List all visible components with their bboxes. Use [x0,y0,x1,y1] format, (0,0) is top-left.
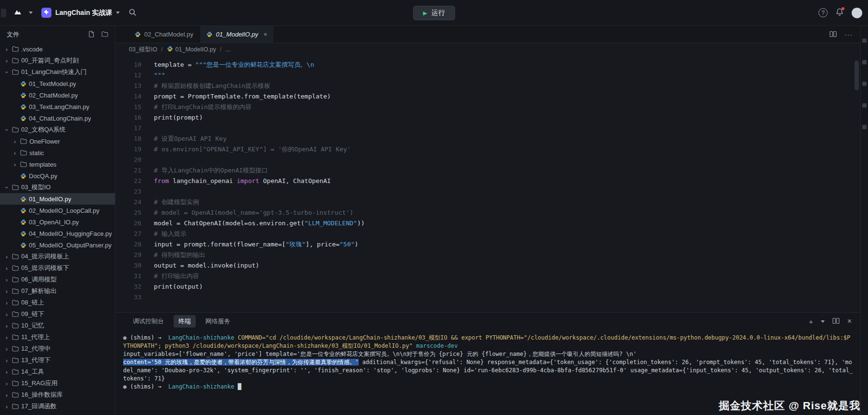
new-terminal-button[interactable]: + [809,318,813,325]
tree-folder[interactable]: ›static [0,147,115,159]
code-token: # 打印LangChain提示模板的内容 [154,103,252,110]
tab-01-modelio[interactable]: 01_ModelIO.py × [200,26,274,43]
code-token: """ [154,72,165,79]
tree-file[interactable]: ›01_TextModel.py [0,78,115,89]
folder-icon [12,334,19,340]
tree-folder[interactable]: ›05_提示词模板下 [0,262,115,274]
breadcrumb-file[interactable]: 01_ModelIO.py [167,46,216,53]
split-editor-button[interactable] [830,31,837,39]
workspace-switcher[interactable]: LangChain 实战课 [38,6,124,20]
tab-debug-console[interactable]: 调试控制台 [128,315,169,328]
right-rail-icon[interactable] [862,60,867,64]
tree-folder[interactable]: ›15_RAG应用 [0,378,115,389]
terminal-segment: marscode-dev [416,342,458,349]
tree-folder[interactable]: ›02_文档QA系统 [0,124,115,135]
new-folder-button[interactable] [101,31,108,38]
top-bar-left: LangChain 实战课 [0,6,137,20]
tree-folder[interactable]: ›09_链下 [0,308,115,320]
code-text: # 输入提示 [150,229,187,239]
tree-folder[interactable]: ›06_调用模型 [0,274,115,285]
folder-icon [12,254,19,259]
top-bar: LangChain 实战课 ▶ 运行 ? [0,0,868,26]
code-text [150,123,154,134]
help-icon: ? [821,10,825,16]
code-token: # 打印输出内容 [154,272,199,280]
chevron-icon: › [4,69,10,75]
notifications-button[interactable] [835,8,844,18]
code-line: 30output = model.invoke(input) [115,260,860,271]
tree-folder[interactable]: ›templates [0,159,115,170]
tree-folder[interactable]: ›01_LangChain快速入门 [0,66,115,78]
chevron-icon: › [12,138,18,145]
tree-file[interactable]: ›05_ModelIO_OutputParser.py [0,239,115,251]
tree-folder[interactable]: ›00_开篇词_奇点时刻 [0,55,115,66]
run-button[interactable]: ▶ 运行 [413,6,455,20]
folder-icon [12,311,19,317]
tree-file[interactable]: ›04_ChatLongChain.py [0,112,115,124]
code-editor[interactable]: 10template = """您是一位专业的鲜花店文案撰写员。\n12"""1… [115,56,860,312]
editor-scrollbar[interactable] [855,61,859,90]
tree-folder[interactable]: ›11_代理上 [0,331,115,343]
split-editor-icon [830,31,837,39]
line-number: 18 [115,134,150,144]
breadcrumb-more[interactable]: ... [226,46,230,53]
tree-file[interactable]: ›04_ModelIO_HuggingFace.py [0,228,115,239]
close-tab-icon[interactable]: × [264,31,267,38]
chevron-icon: › [4,46,10,52]
tab-02-chatmodel[interactable]: 02_ChatModel.py [128,26,200,43]
chevron-icon: › [4,403,10,410]
tree-folder[interactable]: ›.vscode [0,43,115,55]
right-rail-icon[interactable] [862,82,867,86]
python-file-icon [20,208,26,214]
code-text: input = prompt.format(flower_name=["玫瑰"]… [150,239,358,250]
tree-folder[interactable]: ›OneFlower [0,135,115,147]
tree-folder[interactable]: ›04_提示词模板上 [0,251,115,262]
tree-folder[interactable]: ›03_模型IO [0,182,115,193]
explorer-title: 文件 [7,30,81,39]
terminal-segment [162,383,168,390]
folder-icon [20,138,27,144]
app-logo[interactable] [11,6,24,19]
tree-file[interactable]: ›03_OpenAI_IO.py [0,216,115,228]
tree-file[interactable]: ›DocQA.py [0,170,115,182]
code-line: 10template = """您是一位专业的鲜花店文案撰写员。\n [115,60,860,70]
tree-folder[interactable]: ›07_解析输出 [0,285,115,297]
code-token: # 根据原始模板创建LangChain提示模板 [154,82,270,89]
split-terminal-button[interactable] [832,317,840,325]
search-button[interactable] [128,8,137,18]
tree-item-label: 06_调用模型 [21,275,57,284]
logo-caret-icon[interactable] [29,12,33,14]
help-button[interactable]: ? [818,8,828,17]
avatar[interactable] [852,8,862,18]
editor-tab-bar: 02_ChatModel.py 01_ModelIO.py × ··· [115,26,860,43]
tree-folder[interactable]: ›12_代理中 [0,343,115,354]
right-rail-icon[interactable] [862,103,867,108]
tree-item-label: 04_提示词模板上 [21,252,69,261]
new-file-button[interactable] [88,31,95,39]
code-text: print(output) [150,281,203,292]
tree-file[interactable]: ›02_ModelIO_LoopCall.py [0,205,115,216]
tab-terminal[interactable]: 终端 [174,315,196,328]
chevron-icon: › [4,357,10,364]
tree-folder[interactable]: ›16_操作数据库 [0,389,115,401]
close-panel-icon[interactable]: × [847,317,852,325]
tree-folder[interactable]: ›14_工具 [0,366,115,378]
tree-folder[interactable]: ›08_链上 [0,297,115,308]
terminal-line: ● (shims) → LangChain-shizhanke █ [123,383,854,391]
chevron-icon: › [4,323,10,329]
terminal-picker-caret-icon[interactable] [821,320,825,323]
terminal-output[interactable]: ● (shims) → LangChain-shizhanke COMMAND=… [115,330,860,415]
code-line: 18# 设置OpenAI API Key [115,134,860,144]
tree-folder[interactable]: ›17_回调函数 [0,401,115,412]
breadcrumb-folder[interactable]: 03_模型IO [129,46,157,54]
tree-file[interactable]: ›02_ChatModel.py [0,89,115,101]
more-actions-icon[interactable]: ··· [844,31,853,38]
right-rail-icon[interactable] [862,38,867,43]
right-rail-icon[interactable] [862,125,867,129]
tree-folder[interactable]: ›13_代理下 [0,354,115,366]
code-text: # 设置OpenAI API Key [150,134,226,144]
tree-file[interactable]: ›01_ModelIO.py [0,193,115,205]
tree-file[interactable]: ›03_TextLangChain.py [0,101,115,112]
tree-folder[interactable]: ›10_记忆 [0,320,115,331]
tab-network-service[interactable]: 网络服务 [201,315,235,328]
